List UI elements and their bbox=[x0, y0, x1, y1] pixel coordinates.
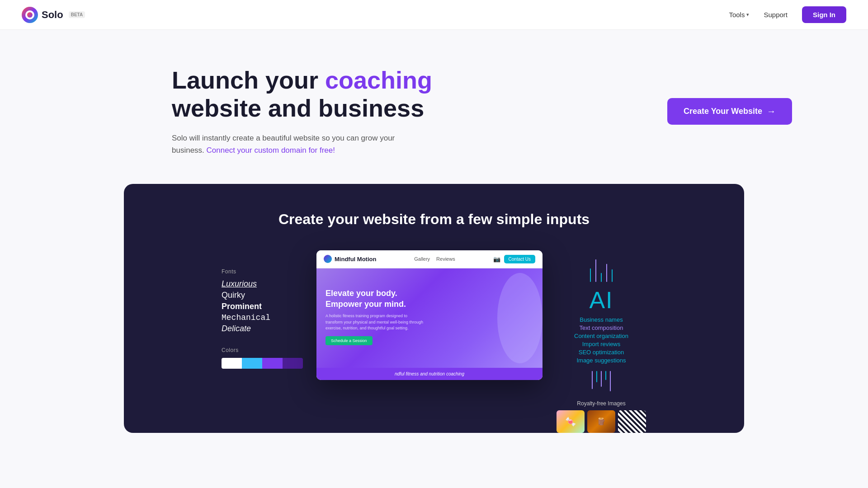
mockup-hero-image: Elevate your body.Empower your mind. A h… bbox=[316, 268, 542, 368]
mockup-nav-actions: 📷 Contact Us bbox=[493, 255, 535, 263]
support-link[interactable]: Support bbox=[764, 11, 788, 19]
font-item-delicate[interactable]: Delicate bbox=[222, 324, 303, 333]
color-swatch-blue[interactable] bbox=[242, 358, 262, 369]
navigation: Solo BETA Tools ▾ Support Sign In bbox=[0, 0, 868, 30]
font-item-prominent[interactable]: Prominent bbox=[222, 302, 303, 311]
ai-label: AI bbox=[556, 286, 646, 314]
ai-line-4 bbox=[606, 264, 607, 282]
ai-feature-import-reviews: Import reviews bbox=[556, 341, 646, 347]
signin-button[interactable]: Sign In bbox=[802, 6, 846, 23]
beta-badge: BETA bbox=[69, 11, 85, 18]
logo[interactable]: Solo BETA bbox=[22, 7, 85, 23]
ai-line-5 bbox=[612, 269, 613, 282]
ai-feature-seo-optimization: SEO optimization bbox=[556, 349, 646, 356]
ai-line-1 bbox=[590, 268, 591, 282]
ai-line-3 bbox=[601, 273, 602, 282]
color-swatch-white[interactable] bbox=[222, 358, 242, 369]
fonts-panel: Fonts Luxurious Quirky Prominent Mechani… bbox=[222, 250, 303, 369]
color-swatch-purple[interactable] bbox=[262, 358, 283, 369]
mockup-schedule-button[interactable]: Schedule a Session bbox=[326, 336, 373, 345]
ai-connector-lines bbox=[556, 371, 646, 391]
connector-1 bbox=[592, 371, 593, 389]
mockup-hero-text: Elevate your body.Empower your mind. A h… bbox=[326, 288, 425, 345]
colors-label: Colors bbox=[222, 347, 303, 353]
mockup-hero-description: A holistic fitness training program desi… bbox=[326, 313, 425, 332]
royalty-thumbnails: 🍬 🪵 bbox=[556, 410, 646, 433]
mockup-footer: ndful fitness and nutrition coaching bbox=[316, 368, 542, 380]
mockup-gallery-link: Gallery bbox=[414, 256, 430, 262]
features-section: Create your website from a few simple in… bbox=[124, 184, 744, 433]
mockup-reviews-link: Reviews bbox=[436, 256, 455, 262]
ai-line-2 bbox=[595, 259, 596, 282]
nav-right: Tools ▾ Support Sign In bbox=[729, 6, 846, 23]
hero-cta-area: Create Your Website → bbox=[667, 98, 846, 125]
logo-text: Solo bbox=[42, 9, 63, 21]
connector-4 bbox=[605, 371, 606, 380]
ai-feature-image-suggestions: Image suggestions bbox=[556, 357, 646, 364]
ai-feature-business-names: Business names bbox=[556, 316, 646, 323]
tools-menu[interactable]: Tools ▾ bbox=[729, 11, 749, 19]
color-swatch-dark-purple[interactable] bbox=[283, 358, 303, 369]
font-item-luxurious[interactable]: Luxurious bbox=[222, 279, 303, 289]
website-mockup: Mindful Motion Gallery Reviews 📷 Contact… bbox=[316, 250, 542, 380]
ai-panel: AI Business names Text composition Conte… bbox=[556, 250, 646, 433]
ai-decoration-lines bbox=[556, 259, 646, 282]
features-title: Create your website from a few simple in… bbox=[124, 211, 744, 228]
font-item-quirky[interactable]: Quirky bbox=[222, 291, 303, 300]
mockup-logo-icon bbox=[324, 255, 332, 263]
hero-subtitle: Solo will instantly create a beautiful w… bbox=[172, 132, 407, 156]
mockup-nav-links: Gallery Reviews bbox=[414, 256, 455, 262]
connector-5 bbox=[610, 371, 611, 391]
instagram-icon: 📷 bbox=[493, 256, 500, 263]
connector-2 bbox=[596, 371, 597, 382]
royalty-thumb-macarons: 🍬 bbox=[557, 410, 585, 433]
connector-3 bbox=[601, 371, 602, 387]
demo-area: Fonts Luxurious Quirky Prominent Mechani… bbox=[124, 250, 744, 433]
mockup-navbar: Mindful Motion Gallery Reviews 📷 Contact… bbox=[316, 250, 542, 268]
ai-feature-content-organization: Content organization bbox=[556, 333, 646, 339]
royalty-thumb-stripes bbox=[618, 410, 646, 433]
hero-copy: Launch your coaching website and busines… bbox=[172, 66, 432, 157]
mockup-logo-text: Mindful Motion bbox=[335, 256, 376, 263]
color-swatches bbox=[222, 358, 303, 369]
mockup-logo: Mindful Motion bbox=[324, 255, 376, 263]
ai-feature-text-composition: Text composition bbox=[556, 324, 646, 331]
create-website-button[interactable]: Create Your Website → bbox=[667, 98, 792, 125]
hero-section: Launch your coaching website and busines… bbox=[0, 30, 868, 184]
mockup-hero-headline: Elevate your body.Empower your mind. bbox=[326, 288, 425, 310]
royalty-thumb-wood: 🪵 bbox=[587, 410, 615, 433]
logo-icon bbox=[22, 7, 38, 23]
royalty-label: Royalty-free Images bbox=[556, 400, 646, 407]
font-item-mechanical[interactable]: Mechanical bbox=[222, 313, 303, 322]
hero-title: Launch your coaching website and busines… bbox=[172, 66, 432, 122]
mockup-contact-button[interactable]: Contact Us bbox=[504, 255, 535, 263]
fonts-label: Fonts bbox=[222, 268, 303, 275]
colors-area: Colors bbox=[222, 347, 303, 369]
chevron-down-icon: ▾ bbox=[746, 12, 749, 18]
custom-domain-link[interactable]: Connect your custom domain for free! bbox=[207, 146, 335, 155]
arrow-icon: → bbox=[767, 106, 776, 117]
